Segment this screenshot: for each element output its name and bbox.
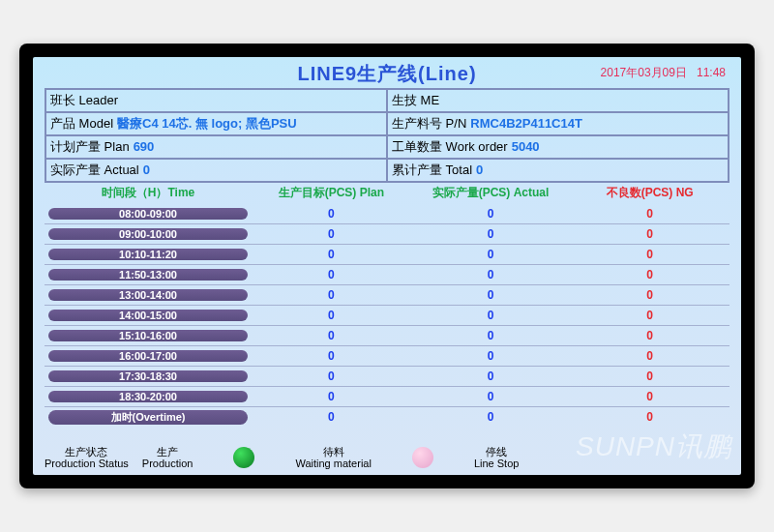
- total-value: 0: [476, 163, 483, 177]
- cell-actual: 0: [411, 268, 571, 281]
- wo-value: 5040: [512, 139, 540, 154]
- cell-actual: 0: [411, 329, 571, 342]
- status-en: Production Status: [45, 458, 129, 469]
- cell-plan: 0: [252, 309, 411, 322]
- plan-label: 计划产量 Plan: [50, 138, 130, 156]
- cell-actual: 0: [411, 390, 571, 403]
- table-row: 10:10-11:20000: [45, 244, 729, 264]
- cell-ng: 0: [570, 309, 729, 322]
- table-row: 16:00-17:00000: [45, 345, 729, 366]
- cell-plan: 0: [252, 288, 411, 302]
- cell-ng: 0: [570, 207, 729, 221]
- cell-actual: 0: [411, 349, 571, 363]
- cell-ng: 0: [570, 390, 729, 403]
- cell-actual: 0: [411, 288, 571, 302]
- cell-time: 13:00-14:00: [48, 289, 248, 301]
- cell-plan-qty: 计划产量 Plan 690: [45, 135, 387, 159]
- model-label: 产品 Model: [50, 115, 113, 133]
- cell-ng: 0: [570, 349, 729, 363]
- cell-time: 18:30-20:00: [48, 391, 248, 402]
- cell-ng: 0: [570, 288, 729, 302]
- table-row: 08:00-09:00000: [45, 203, 729, 223]
- cell-ng: 0: [570, 248, 729, 261]
- cell-plan: 0: [252, 410, 411, 424]
- cell-ng: 0: [570, 268, 729, 281]
- cell-plan: 0: [252, 369, 411, 383]
- cell-actual: 实际产量 Actual 0: [45, 159, 387, 182]
- me-label: 生技 ME: [392, 92, 439, 109]
- dashboard-screen: LINE9生产线(Line) 2017年03月09日 11:48 班长 Lead…: [33, 57, 741, 475]
- wait-en: Waiting material: [295, 458, 371, 469]
- cell-total: 累计产量 Total 0: [387, 159, 729, 182]
- table-row: 15:10-16:00000: [45, 325, 729, 345]
- cell-plan: 0: [252, 390, 411, 403]
- status-bar: 生产状态 Production Status 生产 Production 待料 …: [45, 446, 729, 469]
- title-bar: LINE9生产线(Line) 2017年03月09日 11:48: [45, 61, 729, 88]
- prod-cn: 生产: [157, 446, 178, 458]
- cell-ng: 0: [570, 369, 729, 383]
- status-cn: 生产状态: [65, 446, 107, 458]
- status-stop: 停线 Line Stop: [474, 446, 519, 469]
- wo-label: 工单数量 Work order: [392, 138, 508, 156]
- status-production: 生产 Production: [142, 446, 194, 469]
- cell-model: 产品 Model 醫療C4 14芯. 無 logo; 黑色PSU: [45, 112, 387, 135]
- cell-time: 10:10-11:20: [48, 249, 248, 260]
- wait-cn: 待料: [323, 446, 344, 458]
- cell-actual: 0: [411, 207, 571, 221]
- table-row: 17:30-18:30000: [45, 366, 729, 386]
- cell-time: 16:00-17:00: [48, 350, 248, 362]
- prod-en: Production: [142, 458, 194, 469]
- model-value: 醫療C4 14芯. 無 logo; 黑色PSU: [117, 115, 297, 133]
- leader-label: 班长 Leader: [50, 92, 118, 109]
- table-row: 18:30-20:00000: [45, 386, 729, 406]
- table-header: 时间段（H）Time 生产目标(PCS) Plan 实际产量(PCS) Actu…: [45, 183, 729, 203]
- table-row: 09:00-10:00000: [45, 223, 729, 244]
- cell-time: 15:10-16:00: [48, 330, 248, 341]
- cell-ng: 0: [570, 329, 729, 342]
- cell-actual: 0: [411, 227, 571, 241]
- cell-actual: 0: [411, 410, 571, 424]
- table-row: 加时(Overtime)000: [45, 406, 729, 427]
- cell-plan: 0: [252, 349, 411, 363]
- table-row: 14:00-15:00000: [45, 305, 729, 325]
- datetime: 2017年03月09日 11:48: [601, 65, 726, 81]
- indicator-production-icon: [233, 447, 254, 468]
- th-time: 时间段（H）Time: [45, 185, 252, 201]
- cell-plan: 0: [252, 268, 411, 281]
- table-row: 13:00-14:00000: [45, 284, 729, 305]
- th-ng: 不良数(PCS) NG: [570, 185, 729, 201]
- cell-plan: 0: [252, 329, 411, 342]
- plan-value: 690: [134, 139, 155, 154]
- cell-plan: 0: [252, 227, 411, 241]
- tv-frame: LINE9生产线(Line) 2017年03月09日 11:48 班长 Lead…: [19, 44, 755, 488]
- th-plan: 生产目标(PCS) Plan: [252, 185, 411, 201]
- table-row: 11:50-13:00000: [45, 264, 729, 284]
- data-rows: 08:00-09:0000009:00-10:0000010:10-11:200…: [45, 203, 729, 440]
- cell-time: 09:00-10:00: [48, 228, 248, 240]
- status-label: 生产状态 Production Status: [45, 446, 129, 469]
- stop-en: Line Stop: [474, 458, 519, 469]
- page-title: LINE9生产线(Line): [297, 63, 476, 84]
- pn-value: RMC4B2P411C14T: [470, 116, 582, 131]
- cell-plan: 0: [252, 207, 411, 221]
- cell-time: 17:30-18:30: [48, 370, 248, 382]
- cell-time: 11:50-13:00: [48, 269, 248, 281]
- info-grid: 班长 Leader 生技 ME 产品 Model 醫療C4 14芯. 無 log…: [45, 88, 729, 183]
- cell-me: 生技 ME: [387, 89, 729, 112]
- cell-time: 08:00-09:00: [48, 208, 248, 220]
- cell-leader: 班长 Leader: [45, 89, 387, 112]
- cell-time: 14:00-15:00: [48, 310, 248, 321]
- cell-plan: 0: [252, 248, 411, 261]
- cell-pn: 生产料号 P/N RMC4B2P411C14T: [387, 112, 729, 135]
- cell-time: 加时(Overtime): [48, 410, 248, 425]
- cell-workorder: 工单数量 Work order 5040: [387, 135, 729, 159]
- indicator-waiting-icon: [412, 447, 433, 468]
- total-label: 累计产量 Total: [392, 162, 472, 179]
- cell-actual: 0: [411, 248, 571, 261]
- cell-ng: 0: [570, 410, 729, 424]
- cell-ng: 0: [570, 227, 729, 241]
- cell-actual: 0: [411, 309, 571, 322]
- status-waiting: 待料 Waiting material: [295, 446, 371, 469]
- date-text: 2017年03月09日: [601, 66, 687, 79]
- stop-cn: 停线: [486, 446, 507, 458]
